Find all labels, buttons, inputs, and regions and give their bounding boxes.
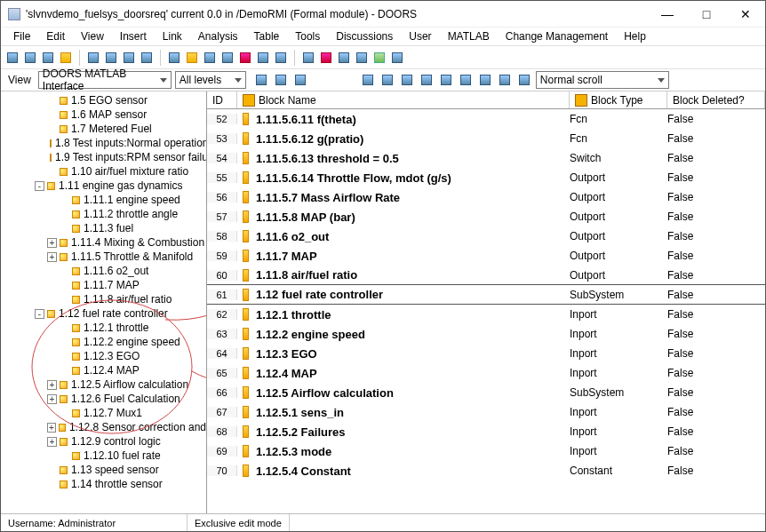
tree-node[interactable]: -1.11 engine gas dynamics [3,179,206,193]
maximize-button[interactable]: □ [687,2,726,27]
table-row[interactable]: 681.12.5.2 FailuresInportFalse [207,422,765,441]
highlight-icon[interactable] [516,72,532,88]
table-view-icon[interactable] [292,72,308,88]
table-row[interactable]: 651.12.4 MAPInportFalse [207,363,765,383]
expand-icon[interactable]: + [47,252,57,262]
tree-node[interactable]: +1.12.6 Fuel Calculation [3,392,206,406]
menu-user[interactable]: User [402,28,438,44]
new-child-icon[interactable] [103,50,119,66]
discussion-icon[interactable] [318,50,334,66]
link-start-icon[interactable] [166,50,182,66]
table-row[interactable]: 691.12.5.3 modeInportFalse [207,441,765,461]
tree-node[interactable]: +1.12.9 control logic [3,434,206,449]
tree-node[interactable]: 1.12.3 EGO [3,349,206,363]
link-create-icon[interactable] [184,50,200,66]
promote-icon[interactable] [121,50,137,66]
collapse-icon[interactable]: - [35,181,44,191]
col-id[interactable]: ID [207,91,237,108]
table-row[interactable]: 671.12.5.1 sens_inInportFalse [207,402,765,422]
menu-edit[interactable]: Edit [39,28,72,44]
close-button[interactable]: ✕ [726,2,765,27]
filter-icon[interactable] [438,72,454,88]
menu-link[interactable]: Link [156,28,189,44]
help-icon[interactable] [336,50,352,66]
link-module-icon[interactable] [255,50,271,66]
tree-node[interactable]: +1.12.5 Airflow calculation [3,377,206,392]
tree-node[interactable]: +1.12.8 Sensor correction and [3,420,206,434]
link-remove-icon[interactable] [237,50,253,66]
expand-icon[interactable]: + [47,423,56,433]
module-explorer-tree[interactable]: 1.5 EGO sensor1.6 MAP sensor1.7 Metered … [1,91,207,513]
link-delete-icon[interactable] [219,50,235,66]
print-icon[interactable] [22,50,38,66]
minimize-button[interactable]: — [648,2,687,27]
table-row[interactable]: 601.11.8 air/fuel ratioOutportFalse [207,266,765,285]
expand-icon[interactable]: + [47,238,57,248]
properties-icon[interactable] [389,50,405,66]
menu-matlab[interactable]: MATLAB [441,28,497,44]
outline-view-icon[interactable] [253,72,269,88]
menu-view[interactable]: View [74,28,111,44]
tree-node[interactable]: 1.7 Metered Fuel [3,122,206,136]
new-below-icon[interactable] [85,50,101,66]
table-row[interactable]: 541.11.5.6.13 threshold = 0.5SwitchFalse [207,148,765,168]
menu-file[interactable]: File [6,28,37,44]
save-icon[interactable] [4,50,20,66]
level-combo[interactable]: All levels [175,71,246,89]
expand-icon[interactable]: + [47,380,57,390]
reapply-icon[interactable] [399,72,415,88]
scroll-combo[interactable]: Normal scroll [536,71,669,89]
tree-node[interactable]: 1.12.1 throttle [3,321,206,335]
tree-node[interactable]: 1.5 EGO sensor [3,93,206,107]
table-row[interactable]: 641.12.3 EGOInportFalse [207,344,765,363]
tree-view-icon[interactable] [273,72,289,88]
table-row[interactable]: 571.11.5.8 MAP (bar)OutportFalse [207,207,765,226]
menu-help[interactable]: Help [617,28,653,44]
spellcheck-icon[interactable] [300,50,316,66]
tree-node[interactable]: 1.11.1 engine speed [3,193,206,207]
table-row[interactable]: 701.12.5.4 ConstantConstantFalse [207,461,765,480]
collapse-icon[interactable]: - [35,309,44,319]
table-row[interactable]: 611.12 fuel rate controllerSubSystemFals… [207,285,765,305]
table-row[interactable]: 551.11.5.6.14 Throttle Flow, mdot (g/s)O… [207,168,765,187]
table-row[interactable]: 581.11.6 o2_outOutportFalse [207,226,765,246]
menu-discussions[interactable]: Discussions [329,28,400,44]
tree-node[interactable]: 1.12.7 Mux1 [3,406,206,420]
tree-node[interactable]: 1.9 Test inputs:RPM sensor failu [3,150,206,164]
copy-icon[interactable] [40,50,56,66]
table-row[interactable]: 591.11.7 MAPOutportFalse [207,246,765,266]
columns-icon[interactable] [497,72,513,88]
menu-change-management[interactable]: Change Management [499,28,615,44]
demote-icon[interactable] [139,50,155,66]
link-matrix-icon[interactable] [273,50,289,66]
col-block-deleted[interactable]: Block Deleted? [667,91,765,108]
tree-node[interactable]: 1.12.4 MAP [3,363,206,377]
expand-icon[interactable]: + [47,437,57,447]
table-row[interactable]: 521.11.5.6.11 f(theta)FcnFalse [207,109,765,129]
tree-node[interactable]: 1.14 throttle sensor [3,477,206,491]
menu-analysis[interactable]: Analysis [191,28,245,44]
links-right-icon[interactable] [379,72,395,88]
expand-icon[interactable]: + [47,394,57,404]
tree-node[interactable]: 1.11.3 fuel [3,221,206,235]
clear-filter-icon[interactable] [419,72,435,88]
tree-node[interactable]: +1.11.5 Throttle & Manifold [3,250,206,264]
refresh-icon[interactable] [371,50,387,66]
tree-node[interactable]: 1.11.8 air/fuel ratio [3,292,206,306]
tree-node[interactable]: 1.6 MAP sensor [3,107,206,122]
tree-node[interactable]: 1.12.10 fuel rate [3,449,206,463]
tree-node[interactable]: 1.8 Test inputs:Normal operation [3,136,206,150]
table-row[interactable]: 561.11.5.7 Mass Airflow RateOutportFalse [207,187,765,207]
sort-icon[interactable] [458,72,474,88]
tree-node[interactable]: 1.12.2 engine speed [3,335,206,349]
menu-table[interactable]: Table [247,28,287,44]
sort-adv-icon[interactable] [477,72,493,88]
col-block-name[interactable]: Block Name [237,91,570,108]
view-combo[interactable]: DOORS MATLAB Interface [38,71,172,89]
link-clear-icon[interactable] [202,50,218,66]
settings-icon[interactable] [354,50,370,66]
table-row[interactable]: 621.12.1 throttleInportFalse [207,305,765,324]
table-row[interactable]: 661.12.5 Airflow calculationSubSystemFal… [207,383,765,402]
tree-node[interactable]: -1.12 fuel rate controller [3,306,206,321]
tree-node[interactable]: +1.11.4 Mixing & Combustion [3,235,206,250]
